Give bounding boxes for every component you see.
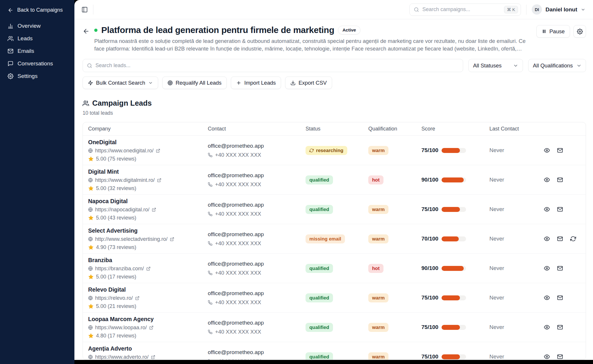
column-header: Company	[88, 126, 208, 132]
plus-icon	[236, 80, 241, 86]
email-lead-button[interactable]	[557, 177, 563, 183]
table-row: Branzibahttps://branziba.com/5.00 (17 re…	[83, 254, 586, 283]
email-lead-button[interactable]	[557, 324, 563, 330]
campaign-search-input[interactable]	[422, 6, 501, 13]
back-to-campaigns-link[interactable]: Back to Campaigns	[0, 0, 74, 13]
arrow-left-icon	[8, 7, 13, 13]
status-cell: missing email	[306, 234, 368, 243]
company-url[interactable]: http://www.selectadvertising.ro/	[95, 236, 168, 242]
company-url[interactable]: https://www.onedigital.ro/	[95, 148, 154, 154]
external-link-icon[interactable]	[146, 267, 151, 271]
table-row: Select Advertisinghttp://www.selectadver…	[83, 224, 586, 254]
sidebar-item-emails[interactable]: Emails	[4, 46, 71, 56]
view-lead-button[interactable]	[544, 324, 550, 330]
view-lead-button[interactable]	[544, 265, 550, 271]
company-name: Loopaa Marcom Agency	[88, 316, 208, 323]
external-link-icon[interactable]	[157, 178, 161, 182]
contact-email: office@prometheo.app	[208, 290, 306, 297]
requalify-all-leads-label: Requalify All Leads	[176, 80, 221, 86]
email-lead-button[interactable]	[557, 354, 563, 360]
star-icon	[88, 245, 94, 250]
status-filter-select[interactable]: All Statuses	[468, 59, 523, 72]
total-leads-count: 10 total leads	[83, 110, 586, 116]
pause-icon	[542, 29, 547, 34]
qualification-cell: hot	[368, 175, 421, 184]
export-csv-button[interactable]: Export CSV	[285, 76, 332, 89]
view-lead-button[interactable]	[544, 177, 550, 183]
email-lead-button[interactable]	[557, 206, 563, 212]
email-lead-button[interactable]	[557, 295, 563, 301]
score-cell: 75/100	[421, 295, 489, 301]
contact-phone: +40 XXX XXX XXX	[215, 329, 261, 335]
campaign-search[interactable]: ⌘ K	[409, 4, 521, 16]
sidebar-item-settings[interactable]: Settings	[4, 71, 71, 81]
external-link-icon[interactable]	[135, 296, 139, 300]
status-cell: qualified	[306, 264, 368, 273]
external-link-icon[interactable]	[151, 355, 155, 359]
company-rating: 5.00 (75 reviews)	[96, 156, 136, 162]
qualification-cell: warm	[368, 352, 421, 360]
view-lead-button[interactable]	[544, 354, 550, 360]
company-url[interactable]: https://www.digitalmint.ro/	[95, 177, 155, 183]
view-lead-button[interactable]	[544, 147, 550, 153]
row-actions	[544, 206, 580, 212]
contact-email: office@prometheo.app	[208, 143, 306, 149]
main-panel: ⌘ K DI Daniel Ionut	[74, 0, 593, 360]
sidebar-toggle-icon[interactable]	[81, 6, 88, 13]
globe-icon	[88, 207, 93, 212]
contact-cell: office@prometheo.app+40 XXX XXX XXX	[208, 231, 306, 247]
topbar-divider	[93, 5, 93, 15]
external-link-icon[interactable]	[170, 237, 174, 241]
user-menu[interactable]: DI Daniel Ionut	[532, 4, 585, 15]
qualification-filter-select[interactable]: All Qualifications	[528, 59, 586, 72]
external-link-icon[interactable]	[156, 149, 160, 153]
campaign-settings-button[interactable]	[573, 25, 586, 38]
phone-icon	[208, 271, 212, 275]
contact-phone: +40 XXX XXX XXX	[215, 211, 261, 217]
globe-icon	[88, 296, 93, 300]
lead-search-input[interactable]	[95, 62, 459, 69]
sidebar-item-conversations[interactable]: Conversations	[4, 58, 71, 69]
back-button[interactable]	[83, 28, 90, 35]
requalify-lead-button[interactable]	[570, 236, 576, 242]
row-actions	[544, 324, 580, 330]
view-lead-button[interactable]	[544, 295, 550, 301]
company-cell: Relevo Digitalhttps://relevo.ro/5.00 (21…	[88, 286, 208, 309]
bulk-contact-search-button[interactable]: Bulk Contact Search	[83, 76, 158, 89]
qualification-badge: warm	[368, 205, 388, 214]
email-lead-button[interactable]	[557, 265, 563, 271]
contact-email: office@prometheo.app	[208, 349, 306, 356]
column-header: Last Contact	[489, 126, 544, 132]
star-icon	[88, 304, 94, 309]
email-lead-button[interactable]	[557, 236, 563, 242]
row-actions	[544, 265, 580, 271]
company-url[interactable]: https://branziba.com/	[95, 266, 144, 272]
filters-row: All Statuses All Qualifications	[83, 59, 586, 72]
view-lead-button[interactable]	[544, 206, 550, 212]
contact-cell: office@prometheo.app+40 XXX XXX XXX	[208, 320, 306, 335]
import-leads-button[interactable]: Import Leads	[231, 76, 281, 89]
toolbar: Bulk Contact Search Requalify All Leads …	[83, 76, 586, 89]
email-lead-button[interactable]	[557, 147, 563, 153]
pause-button[interactable]: Pause	[536, 25, 570, 38]
bulk-contact-search-label: Bulk Contact Search	[96, 80, 145, 86]
qualification-badge: warm	[368, 146, 388, 155]
external-link-icon[interactable]	[152, 208, 156, 212]
qualification-cell: warm	[368, 293, 421, 302]
lead-search[interactable]	[83, 59, 463, 72]
company-url[interactable]: https://napocadigital.ro/	[95, 207, 149, 213]
requalify-all-leads-button[interactable]: Requalify All Leads	[162, 76, 227, 89]
company-url[interactable]: https://www.loopaa.ro/	[95, 325, 147, 331]
company-url[interactable]: https://relevo.ro/	[95, 295, 133, 301]
sidebar-item-leads[interactable]: Leads	[4, 33, 71, 44]
phone-icon	[208, 300, 212, 305]
qualification-cell: warm	[368, 323, 421, 332]
sidebar-item-overview[interactable]: Overview	[4, 21, 71, 31]
company-url[interactable]: https://www.adverto.ro/	[95, 354, 149, 360]
last-contact-cell: Never	[489, 206, 544, 213]
table-row: Napoca Digitalhttps://napocadigital.ro/5…	[83, 195, 586, 224]
view-lead-button[interactable]	[544, 236, 550, 242]
topbar-divider	[526, 5, 526, 15]
contact-email: office@prometheo.app	[208, 231, 306, 238]
external-link-icon[interactable]	[149, 325, 154, 330]
